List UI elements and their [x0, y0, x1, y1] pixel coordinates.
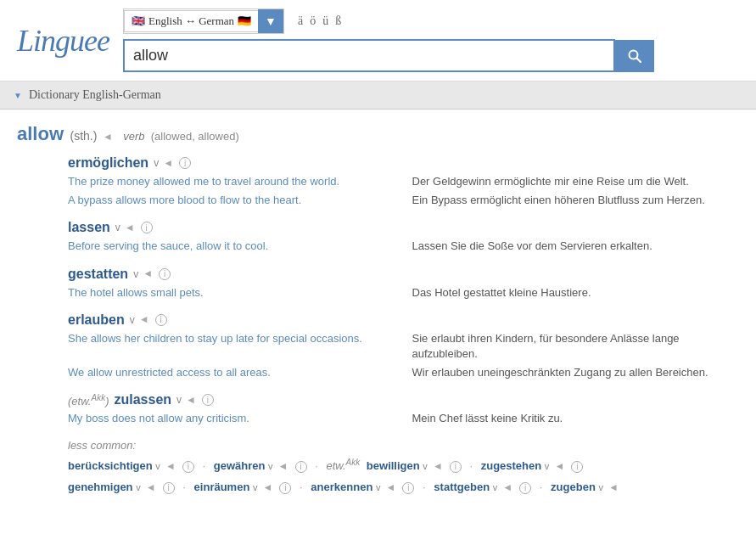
sound-icon[interactable]: ◄	[554, 460, 564, 472]
dictionary-header-label: Dictionary English-German	[29, 88, 161, 102]
example-pair: The prize money allowed me to travel aro…	[68, 174, 739, 189]
sound-icon[interactable]: ◄	[186, 394, 196, 407]
translation-word: erlauben	[68, 312, 125, 328]
info-icon[interactable]: i	[295, 461, 307, 473]
lang-row: 🇬🇧 English ↔ German 🇩🇪 ▼ ä ö ü ß	[123, 8, 739, 34]
main-pos: verb	[123, 130, 144, 143]
info-icon[interactable]: i	[155, 314, 167, 326]
lc-meta: v ◄ i	[268, 461, 307, 471]
info-icon[interactable]: i	[179, 157, 191, 169]
translation-block-erlauben: erlauben v ◄ i She allows her children t…	[17, 312, 739, 381]
lc-meta: v ◄ i	[253, 482, 292, 492]
logo[interactable]: Linguee	[17, 23, 109, 59]
lc-word-gewahren: gewähren	[214, 459, 266, 472]
sound-icon[interactable]: ◄	[163, 157, 173, 170]
example-pair: A bypass allows more blood to flow to th…	[68, 193, 739, 208]
example-en: The hotel allows small pets.	[68, 285, 395, 301]
main-sound-icon[interactable]: ◄	[103, 131, 113, 143]
translation-word: zulassen	[114, 392, 171, 408]
sound-icon[interactable]: ◄	[263, 481, 273, 493]
sound-icon[interactable]: ◄	[433, 460, 443, 472]
special-char-oe[interactable]: ö	[310, 14, 316, 28]
info-icon[interactable]: i	[450, 461, 462, 473]
separator: ·	[182, 481, 186, 493]
info-icon[interactable]: i	[571, 461, 583, 473]
special-chars: ä ö ü ß	[298, 14, 341, 28]
word-pos: v	[176, 394, 182, 406]
lc-word-bewilligen: bewilligen	[367, 459, 420, 472]
less-common-header: less common:	[17, 439, 739, 452]
sound-icon[interactable]: ◄	[139, 313, 149, 326]
header: Linguee 🇬🇧 English ↔ German 🇩🇪 ▼ ä ö ü ß	[0, 0, 756, 82]
example-pair: We allow unrestricted access to all area…	[68, 365, 739, 380]
example-de: Wir erlauben uneingeschränkten Zugang zu…	[412, 365, 740, 380]
lc-word-einraumen: einräumen	[194, 481, 250, 493]
sound-icon[interactable]: ◄	[165, 460, 176, 472]
flag-de-icon: 🇩🇪	[238, 14, 251, 28]
sound-icon[interactable]: ◄	[502, 481, 512, 493]
main-inflection: (allowed, allowed)	[148, 130, 239, 143]
lc-word-zugeben: zugeben	[551, 481, 596, 493]
sound-icon[interactable]: ◄	[278, 460, 288, 472]
search-input[interactable]	[123, 39, 615, 72]
sound-icon[interactable]: ◄	[386, 481, 396, 493]
lc-meta: v ◄ i	[155, 461, 194, 471]
info-icon[interactable]: i	[159, 268, 171, 280]
translation-block-lassen: lassen v ◄ i Before serving the sauce, a…	[17, 220, 739, 254]
example-de: Mein Chef lässt keine Kritik zu.	[412, 411, 740, 426]
example-en: A bypass allows more blood to flow to th…	[68, 193, 395, 208]
main-entry: allow (sth.) ◄ verb (allowed, allowed)	[17, 123, 739, 145]
lc-meta: v ◄ i	[493, 482, 532, 492]
separator: ·	[202, 459, 205, 472]
word-header-row: (etw.Akk) zulassen v ◄ i	[68, 392, 739, 408]
translation-block-gestatten: gestatten v ◄ i The hotel allows small p…	[17, 267, 739, 301]
info-icon[interactable]: i	[402, 482, 414, 494]
word-header-row: erlauben v ◄ i	[68, 312, 739, 328]
search-row	[123, 39, 739, 72]
collapse-icon[interactable]: ▼	[14, 91, 22, 100]
lc-meta: v ◄ i	[545, 461, 584, 471]
special-char-ae[interactable]: ä	[298, 14, 303, 28]
translation-word: ermöglichen	[68, 155, 148, 171]
info-icon[interactable]: i	[202, 394, 214, 406]
lang-dropdown-button[interactable]: ▼	[258, 9, 283, 33]
info-icon[interactable]: i	[519, 482, 531, 494]
info-icon[interactable]: i	[163, 482, 175, 494]
example-en: The prize money allowed me to travel aro…	[68, 174, 395, 189]
word-pos: v	[115, 222, 120, 233]
word-header-row: gestatten v ◄ i	[68, 267, 739, 282]
lc-word-zugestehen: zugestehen	[481, 459, 542, 472]
word-pos: v	[154, 157, 159, 169]
example-pair: She allows her children to stay up late …	[68, 331, 739, 362]
sound-icon[interactable]: ◄	[146, 481, 156, 493]
special-char-ss[interactable]: ß	[335, 14, 341, 28]
separator: ·	[300, 481, 303, 493]
word-pos: v	[133, 268, 138, 280]
main-word-extra: (sth.)	[70, 129, 98, 143]
sound-icon[interactable]: ◄	[143, 267, 153, 280]
word-pos: v	[130, 314, 135, 326]
separator: ·	[423, 481, 426, 493]
dictionary-header: ▼ Dictionary English-German	[0, 82, 756, 110]
example-pair: My boss does not allow any criticism. Me…	[68, 411, 739, 426]
language-selector-box[interactable]: 🇬🇧 English ↔ German 🇩🇪 ▼	[123, 8, 284, 34]
word-header-row: lassen v ◄ i	[68, 220, 739, 235]
sound-icon[interactable]: ◄	[608, 481, 619, 493]
info-icon[interactable]: i	[141, 222, 153, 233]
language-selector[interactable]: 🇬🇧 English ↔ German 🇩🇪	[124, 10, 258, 32]
search-icon	[627, 48, 642, 64]
special-char-ue[interactable]: ü	[322, 14, 328, 28]
translation-word: lassen	[68, 220, 110, 235]
example-de: Sie erlaubt ihren Kindern, für besondere…	[412, 331, 740, 362]
lc-prefix: etw.Akk	[326, 459, 360, 472]
info-icon[interactable]: i	[279, 482, 291, 494]
info-icon[interactable]: i	[182, 461, 194, 473]
separator: ·	[469, 459, 473, 472]
example-en: She allows her children to stay up late …	[68, 331, 395, 362]
sound-icon[interactable]: ◄	[125, 222, 135, 234]
example-pair: The hotel allows small pets. Das Hotel g…	[68, 285, 739, 301]
search-button[interactable]	[615, 40, 654, 72]
example-de: Der Geldgewinn ermöglichte mir eine Reis…	[412, 174, 740, 189]
example-en: We allow unrestricted access to all area…	[68, 365, 395, 380]
flag-en-icon: 🇬🇧	[132, 14, 145, 28]
